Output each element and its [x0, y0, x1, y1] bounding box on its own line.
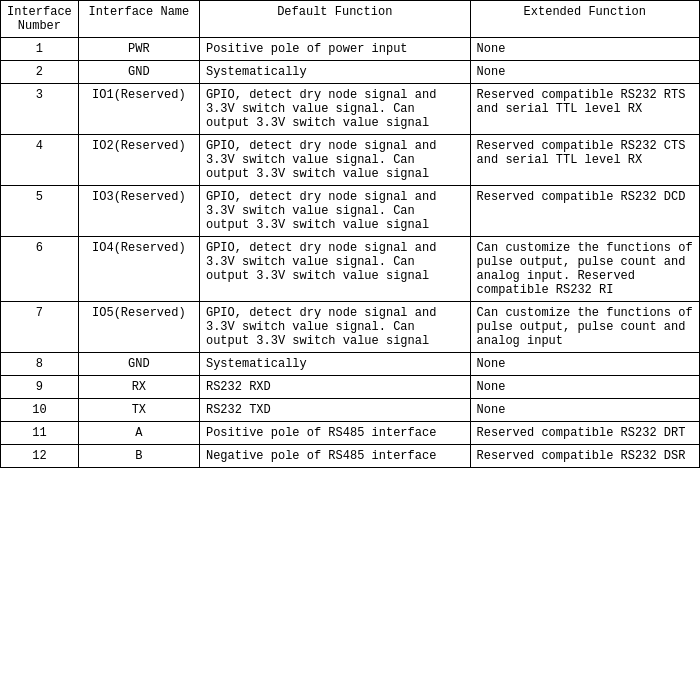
cell-name: GND — [78, 353, 199, 376]
cell-extended: Reserved compatible RS232 DCD — [470, 186, 699, 237]
cell-default: RS232 TXD — [199, 399, 470, 422]
cell-name: RX — [78, 376, 199, 399]
table-row: 6IO4(Reserved)GPIO, detect dry node sign… — [1, 237, 700, 302]
cell-extended: None — [470, 376, 699, 399]
cell-number: 10 — [1, 399, 79, 422]
cell-number: 11 — [1, 422, 79, 445]
cell-default: GPIO, detect dry node signal and 3.3V sw… — [199, 237, 470, 302]
header-interface-name: Interface Name — [78, 1, 199, 38]
cell-default: GPIO, detect dry node signal and 3.3V sw… — [199, 302, 470, 353]
cell-number: 6 — [1, 237, 79, 302]
cell-name: IO1(Reserved) — [78, 84, 199, 135]
table-row: 2GNDSystematicallyNone — [1, 61, 700, 84]
cell-default: Positive pole of RS485 interface — [199, 422, 470, 445]
cell-extended: Reserved compatible RS232 RTS and serial… — [470, 84, 699, 135]
cell-number: 7 — [1, 302, 79, 353]
cell-number: 4 — [1, 135, 79, 186]
cell-extended: Can customize the functions of pulse out… — [470, 302, 699, 353]
cell-name: IO5(Reserved) — [78, 302, 199, 353]
cell-number: 3 — [1, 84, 79, 135]
cell-number: 9 — [1, 376, 79, 399]
header-default-function: Default Function — [199, 1, 470, 38]
cell-name: GND — [78, 61, 199, 84]
cell-default: Systematically — [199, 353, 470, 376]
cell-extended: None — [470, 353, 699, 376]
cell-name: PWR — [78, 38, 199, 61]
cell-default: GPIO, detect dry node signal and 3.3V sw… — [199, 186, 470, 237]
cell-default: GPIO, detect dry node signal and 3.3V sw… — [199, 84, 470, 135]
cell-number: 8 — [1, 353, 79, 376]
cell-default: GPIO, detect dry node signal and 3.3V sw… — [199, 135, 470, 186]
cell-name: A — [78, 422, 199, 445]
table-row: 5IO3(Reserved)GPIO, detect dry node sign… — [1, 186, 700, 237]
cell-name: IO3(Reserved) — [78, 186, 199, 237]
header-interface-number: Interface Number — [1, 1, 79, 38]
cell-default: Negative pole of RS485 interface — [199, 445, 470, 468]
cell-extended: Reserved compatible RS232 CTS and serial… — [470, 135, 699, 186]
table-row: 3IO1(Reserved)GPIO, detect dry node sign… — [1, 84, 700, 135]
cell-extended: None — [470, 38, 699, 61]
cell-number: 2 — [1, 61, 79, 84]
cell-extended: Can customize the functions of pulse out… — [470, 237, 699, 302]
table-row: 4IO2(Reserved)GPIO, detect dry node sign… — [1, 135, 700, 186]
cell-extended: None — [470, 61, 699, 84]
cell-number: 12 — [1, 445, 79, 468]
cell-extended: Reserved compatible RS232 DRT — [470, 422, 699, 445]
cell-default: RS232 RXD — [199, 376, 470, 399]
table-row: 10TXRS232 TXDNone — [1, 399, 700, 422]
cell-number: 1 — [1, 38, 79, 61]
header-extended-function: Extended Function — [470, 1, 699, 38]
cell-name: IO4(Reserved) — [78, 237, 199, 302]
table-row: 12BNegative pole of RS485 interfaceReser… — [1, 445, 700, 468]
cell-number: 5 — [1, 186, 79, 237]
table-row: 9RXRS232 RXDNone — [1, 376, 700, 399]
cell-name: TX — [78, 399, 199, 422]
table-row: 8GNDSystematicallyNone — [1, 353, 700, 376]
cell-default: Positive pole of power input — [199, 38, 470, 61]
cell-default: Systematically — [199, 61, 470, 84]
cell-name: B — [78, 445, 199, 468]
table-row: 1PWRPositive pole of power inputNone — [1, 38, 700, 61]
table-row: 7IO5(Reserved)GPIO, detect dry node sign… — [1, 302, 700, 353]
cell-extended: None — [470, 399, 699, 422]
cell-name: IO2(Reserved) — [78, 135, 199, 186]
cell-extended: Reserved compatible RS232 DSR — [470, 445, 699, 468]
table-row: 11APositive pole of RS485 interfaceReser… — [1, 422, 700, 445]
